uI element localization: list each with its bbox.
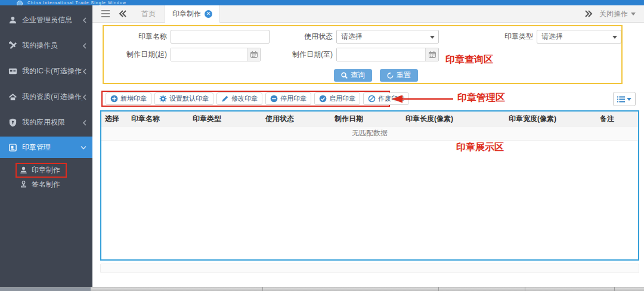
user-icon — [8, 16, 18, 24]
chevron-down-icon — [80, 146, 86, 150]
ban-circle-icon — [368, 95, 376, 103]
calendar-icon[interactable] — [425, 48, 438, 61]
annotation-arrow — [392, 94, 454, 104]
seal-management-icon — [8, 143, 18, 152]
taskbar-segment — [0, 287, 91, 291]
use-status-select[interactable]: 请选择 — [336, 30, 439, 44]
tab-label: 印章制作 — [172, 9, 201, 19]
use-status-value: 请选择 — [341, 32, 363, 42]
seal-name-input[interactable] — [171, 30, 270, 44]
sidebar-subitem-label: 签名制作 — [32, 179, 60, 190]
taskbar-divider — [262, 287, 263, 291]
calendar-icon[interactable] — [247, 48, 260, 61]
pencil-icon — [221, 95, 229, 103]
scroll-tabs-right-icon[interactable] — [584, 10, 593, 17]
use-status-label: 使用状态 — [284, 32, 333, 42]
annotation-red-box: 印章制作 — [16, 163, 67, 178]
seal-query-panel: 印章名称 使用状态 请选择 印章类型 请选择 — [103, 25, 623, 84]
taskbar-divider — [525, 287, 525, 291]
sidebar-item-label: 印章管理 — [22, 143, 80, 153]
date-from-label: 制作日期(起) — [104, 49, 167, 60]
close-tab-icon[interactable]: ✕ — [205, 10, 212, 18]
modify-seal-button[interactable]: 修改印章 — [216, 92, 262, 105]
date-to-label: 制作日期(至) — [284, 49, 333, 60]
sidebar-subitem-label: 印章制作 — [32, 165, 60, 175]
sidebar-item-label: 我的IC卡(可选操作) — [22, 66, 82, 76]
page-content: 印章名称 使用状态 请选择 印章类型 请选择 — [92, 23, 644, 287]
seal-name-label: 印章名称 — [104, 32, 167, 42]
plus-circle-icon — [110, 95, 118, 103]
chevron-left-icon — [82, 43, 86, 49]
sidebar-subitem-seal-making[interactable]: 印章制作 — [0, 163, 92, 177]
sidebar-item-qualifications[interactable]: 我的资质(可选操作) — [0, 84, 92, 110]
sidebar-item-label: 我的应用权限 — [22, 117, 82, 128]
add-seal-button[interactable]: 新增印章 — [106, 92, 151, 105]
toolbar-button-label: 新增印章 — [120, 94, 147, 103]
date-to-input[interactable] — [337, 48, 438, 61]
taskbar-divider — [438, 287, 439, 291]
main-area: 首页 印章制作 ✕ 关闭操作 印章名称 使用状态 — [92, 5, 644, 287]
sidebar: 企业管理员信息 我的操作员 我的IC卡(可选操作) 我的资质(可选操作) 我的应… — [0, 5, 92, 287]
app-logo-icon — [17, 1, 23, 5]
col-remark: 备注 — [596, 114, 638, 124]
reset-button[interactable]: 重置 — [380, 69, 418, 82]
annotation-manage-area: 印章管理区 — [457, 92, 505, 104]
chevron-left-icon — [82, 120, 86, 126]
shield-icon — [8, 118, 18, 127]
scroll-tabs-left-icon[interactable] — [118, 10, 128, 17]
col-make-date: 制作日期 — [331, 114, 402, 124]
col-use-status: 使用状态 — [262, 114, 331, 124]
search-button-label: 查询 — [351, 70, 365, 81]
search-button[interactable]: 查询 — [334, 69, 372, 82]
sidebar-item-operators[interactable]: 我的操作员 — [0, 33, 92, 58]
sidebar-item-label: 企业管理员信息 — [22, 15, 82, 25]
annotation-display-area: 印章展示区 — [456, 141, 504, 154]
ic-card-icon — [8, 67, 18, 76]
signature-stamp-icon — [19, 180, 28, 188]
app-window: China International Trade Single Window … — [0, 0, 644, 291]
toolbar-button-label: 停用印章 — [280, 94, 306, 103]
menu-icon[interactable] — [101, 10, 111, 17]
seal-type-value: 请选择 — [541, 32, 563, 42]
sidebar-item-label: 我的操作员 — [22, 41, 82, 51]
sidebar-item-app-permissions[interactable]: 我的应用权限 — [0, 110, 92, 135]
seal-type-select[interactable]: 请选择 — [537, 30, 621, 44]
close-operations-label: 关闭操作 — [599, 9, 628, 19]
sidebar-item-ic-card[interactable]: 我的IC卡(可选操作) — [0, 58, 92, 84]
sidebar-item-admin-info[interactable]: 企业管理员信息 — [0, 7, 92, 33]
close-operations-dropdown[interactable]: 关闭操作 — [599, 9, 644, 19]
column-view-button[interactable] — [613, 92, 636, 106]
date-to-field — [336, 48, 439, 61]
enable-seal-button[interactable]: 启用印章 — [314, 92, 360, 105]
set-default-seal-button[interactable]: 设置默认印章 — [154, 92, 213, 105]
tab-bar: 首页 印章制作 ✕ 关闭操作 — [92, 5, 644, 23]
caret-down-icon — [430, 36, 435, 39]
stamp-icon — [19, 166, 28, 174]
sidebar-subitem-signature-making[interactable]: 签名制作 — [0, 177, 92, 191]
annotation-query-area: 印章查询区 — [445, 54, 493, 66]
sidebar-item-seal-management[interactable]: 印章管理 — [0, 137, 92, 158]
reset-button-label: 重置 — [397, 70, 411, 81]
table-empty-state: 无匹配数据 — [101, 126, 638, 141]
seal-toolbar: 新增印章 设置默认印章 修改印章 停用印章 启用印章 — [101, 91, 390, 107]
tab-seal-making[interactable]: 印章制作 ✕ — [165, 5, 220, 23]
minus-circle-icon — [270, 95, 278, 103]
reset-icon — [387, 72, 394, 79]
chevron-left-icon — [82, 94, 86, 100]
col-seal-length: 印章长度(像素) — [402, 114, 505, 124]
disable-seal-button[interactable]: 停用印章 — [265, 92, 311, 105]
tools-icon — [8, 41, 18, 50]
taskbar-divider — [614, 287, 615, 291]
check-circle-icon — [319, 95, 327, 103]
col-seal-type: 印章类型 — [189, 114, 262, 124]
brand-text: China International Trade Single Window — [27, 1, 126, 5]
gear-icon — [159, 95, 167, 103]
caret-down-icon — [627, 98, 631, 101]
os-taskbar — [0, 287, 644, 291]
tab-home[interactable]: 首页 — [132, 9, 165, 19]
top-brand-bar: China International Trade Single Window — [0, 0, 644, 5]
date-from-field — [171, 48, 261, 61]
table-header-row: 选择 印章名称 印章类型 使用状态 制作日期 印章长度(像素) 印章宽度(像素)… — [101, 112, 638, 126]
col-seal-width: 印章宽度(像素) — [505, 114, 596, 124]
seal-type-label: 印章类型 — [488, 32, 533, 42]
